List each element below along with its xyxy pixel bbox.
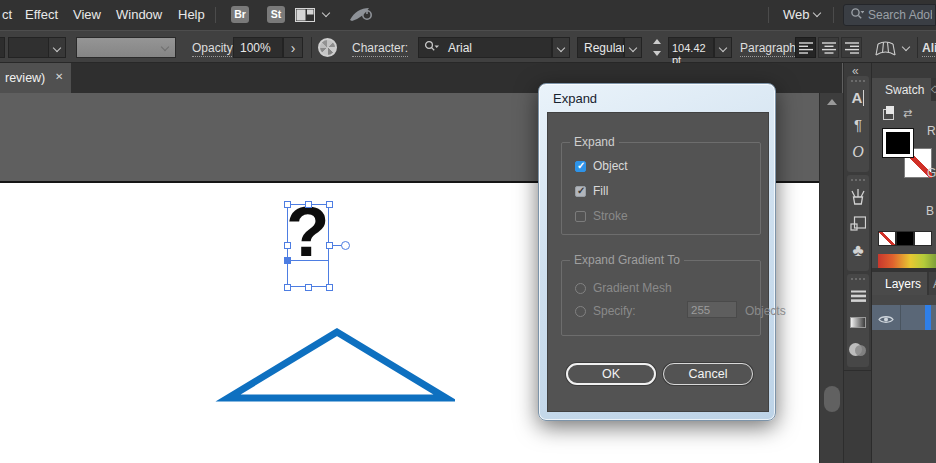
paragraph-label[interactable]: Paragraph: [740,41,799,57]
selection-handle[interactable] [305,284,312,291]
gradient-panel-icon[interactable] [847,309,869,336]
fill-option[interactable]: Fill [575,184,608,198]
menu-bar: ct Effect View Window Help Br St Web [0,0,936,30]
selection-handle[interactable] [326,284,333,291]
menu-item-effect[interactable]: Effect [25,7,58,22]
menu-item-view[interactable]: View [73,7,101,22]
recolor-artwork-icon[interactable] [318,38,337,57]
transparency-panel-icon[interactable] [847,336,869,363]
selection-handle[interactable] [284,201,291,208]
align-label-partial[interactable]: Alig [922,41,936,57]
selection-handle[interactable] [284,284,291,291]
black-swatch[interactable] [896,231,914,246]
fill-checkbox[interactable] [575,186,586,197]
expand-dialog: Expand Expand Object Fill Stroke Expand [538,83,776,421]
gpu-performance-rocket-icon[interactable] [348,5,374,28]
menu-item-partial[interactable]: ct [2,7,12,22]
scrollbar-thumb[interactable] [824,386,840,412]
menu-separator [833,7,834,23]
symbols-panel-icon[interactable]: ♣ [847,237,869,264]
object-checkbox[interactable] [575,161,586,172]
transform-panel-icon[interactable] [847,210,869,237]
brushes-panel-icon[interactable] [847,183,869,210]
envelope-distort-icon[interactable] [874,40,897,60]
font-size-value[interactable]: 104.42 pt [668,37,714,58]
opacity-expand-button[interactable]: › [283,37,303,58]
opacity-label[interactable]: Opacity: [192,41,236,57]
workspace-chevron-icon[interactable] [322,9,330,17]
bridge-badge[interactable]: Br [231,6,249,23]
workspace-dropdown[interactable]: Web [783,7,810,22]
fill-stroke-mini-icon[interactable] [883,109,894,120]
envelope-chevron-icon[interactable] [902,43,910,51]
tab-close-icon[interactable]: ✕ [55,71,63,82]
menu-item-window[interactable]: Window [116,7,162,22]
selection-handle[interactable] [284,242,291,249]
font-size-stepper[interactable] [652,39,662,60]
artboards-tab-partial[interactable]: A [929,272,936,295]
search-input[interactable] [868,8,932,22]
side-connector-circle-handle[interactable] [341,241,350,250]
font-style-chevron-icon[interactable] [624,37,642,58]
workspace-layout-icon[interactable] [295,8,315,26]
specify-label: Specify: [593,304,636,318]
selection-handle[interactable] [305,201,312,208]
canvas-vertical-scrollbar[interactable] [819,93,843,463]
rgb-label-b: B [926,204,934,218]
layers-panel-body [872,295,936,463]
object-option[interactable]: Object [575,159,628,173]
cancel-button[interactable]: Cancel [663,363,753,385]
selection-handle[interactable] [326,201,333,208]
opentype-panel-icon[interactable]: O [847,138,869,165]
ok-button[interactable]: OK [566,363,656,385]
layer-selection-bar [925,305,931,330]
dock-group-objects: ♣ [847,175,869,271]
character-label[interactable]: Character: [352,41,408,57]
dock-grip[interactable] [851,179,865,181]
none-swatch[interactable] [878,231,896,246]
align-left-button[interactable] [795,37,816,58]
white-swatch[interactable] [914,231,932,246]
search-icon [850,6,864,24]
font-family-combo[interactable]: Arial [418,37,552,58]
menu-item-help[interactable]: Help [178,7,205,22]
stock-badge[interactable]: St [267,6,285,23]
rgb-label-g: G [927,166,936,180]
opacity-value[interactable]: 100% [233,37,283,58]
object-label: Object [593,159,628,173]
stroke-panel-icon[interactable] [847,282,869,309]
dock-grip[interactable] [851,80,865,82]
font-family-chevron-icon[interactable] [552,37,570,58]
triangle-shape[interactable] [205,312,455,412]
gradient-mesh-radio [575,283,586,294]
document-tab[interactable]: review) ✕ [0,63,71,93]
search-field[interactable] [843,4,936,26]
specify-input [687,301,737,318]
dock-grip[interactable] [851,278,865,280]
specify-option: Specify: Objects [575,304,636,318]
baseline-handle[interactable] [284,257,291,264]
dock-group-appearance [847,274,869,367]
gradient-mesh-option: Gradient Mesh [575,281,672,295]
gradient-mesh-label: Gradient Mesh [593,281,672,295]
character-panel-icon[interactable]: A [847,84,869,111]
paragraph-panel-icon[interactable]: ¶ [847,111,869,138]
font-size-chevron-icon[interactable] [714,37,732,58]
align-center-button[interactable] [818,37,839,58]
layer-row[interactable] [872,305,936,330]
visibility-eye-icon[interactable] [878,311,894,329]
layers-tab[interactable]: Layers [872,272,927,295]
selection-handle[interactable] [326,242,333,249]
font-style-combo[interactable]: Regular [577,37,624,58]
scroll-up-icon[interactable] [827,99,837,105]
dialog-title[interactable]: Expand [553,91,597,106]
clipped-stepper[interactable] [0,37,5,58]
panel-stepper-icon[interactable]: ◇ [931,83,936,94]
workspace-dropdown-chevron-icon[interactable] [813,9,821,17]
color-panel-tab[interactable]: Swatch [872,78,931,101]
fill-swatch[interactable] [882,128,914,158]
swap-fill-stroke-icon[interactable]: ⇄ [903,107,912,120]
stroke-width-chevron-icon[interactable] [48,37,66,58]
expand-group-label: Expand [570,135,619,149]
align-right-button[interactable] [841,37,862,58]
